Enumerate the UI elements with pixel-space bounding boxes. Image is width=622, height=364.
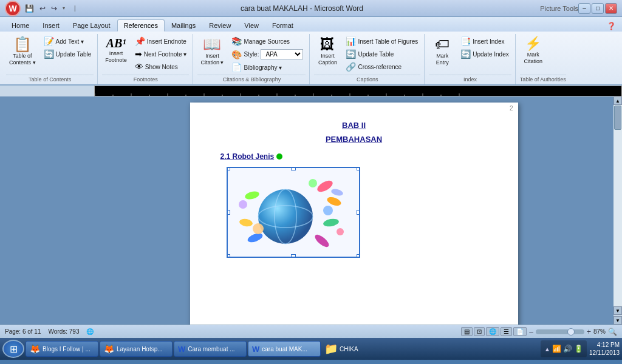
svg-point-36 [337, 228, 344, 235]
insert-citation-label: InsertCitation ▾ [200, 53, 224, 66]
show-notes-icon: 👁 [135, 62, 143, 72]
citations-small-col: 📚 Manage Sources 🎨 Style: APAMLAChicago … [229, 35, 306, 73]
manage-sources-button[interactable]: 📚 Manage Sources [229, 35, 306, 47]
handle-middle-right[interactable] [357, 210, 360, 215]
vertical-scrollbar[interactable]: ▲ ▼ ▼ [613, 96, 622, 325]
taskbar-word-cara[interactable]: W Cara membuat ... [174, 341, 247, 357]
scroll-down-button[interactable]: ▼ [613, 306, 622, 315]
scroll-up-button[interactable]: ▲ [613, 96, 622, 105]
insert-index-label: Insert Index [473, 38, 504, 45]
show-notes-label: Show Notes [145, 64, 178, 70]
handle-bottom-middle[interactable] [291, 254, 296, 258]
tab-format[interactable]: Format [265, 19, 300, 32]
next-footnote-label: Next Footnote ▾ [144, 51, 187, 58]
handle-top-middle[interactable] [291, 167, 296, 170]
style-dropdown[interactable]: APAMLAChicago [261, 49, 303, 59]
footnotes-small-col: 📌 Insert Endnote ➡ Next Footnote ▾ 👁 Sho… [132, 35, 190, 73]
zoom-fit-button[interactable]: 🔍 [608, 328, 617, 336]
image-illustration [228, 168, 360, 258]
handle-middle-left[interactable] [227, 210, 230, 215]
tab-references[interactable]: References [117, 19, 165, 32]
mark-citation-icon: ⚡ [525, 37, 541, 50]
handle-top-right[interactable] [357, 167, 360, 170]
svg-rect-0 [95, 86, 621, 96]
insert-tof-icon: 📊 [346, 36, 356, 46]
taskbar-firefox-blogs[interactable]: 🦊 Blogs I Follow | ... [26, 341, 98, 357]
index-content: 🏷 MarkEntry 📑 Insert Index 🔄 Update Inde… [429, 35, 511, 73]
handle-bottom-right[interactable] [357, 254, 360, 258]
svg-point-34 [253, 223, 264, 234]
insert-caption-button[interactable]: 🖼 InsertCaption [314, 35, 341, 68]
tab-home[interactable]: Home [5, 19, 36, 32]
show-notes-button[interactable]: 👁 Show Notes [132, 61, 190, 73]
horizontal-ruler [94, 86, 622, 96]
folder-label: CHIKA [340, 346, 358, 352]
minimize-button[interactable]: – [578, 3, 590, 14]
bibliography-button[interactable]: 📄 Bibliography ▾ [229, 61, 306, 73]
add-text-button[interactable]: 📝 Add Text ▾ [41, 35, 94, 47]
web-layout-view[interactable]: 🌐 [486, 327, 499, 336]
start-button[interactable]: ⊞ [2, 340, 24, 358]
toc-icon: 📋 [13, 37, 32, 52]
insert-citation-button[interactable]: 📖 InsertCitation ▾ [197, 35, 227, 68]
zoom-slider[interactable] [536, 329, 584, 334]
tab-view[interactable]: View [238, 19, 265, 32]
clock[interactable]: 4:12 PM 12/11/2013 [589, 341, 620, 357]
insert-index-button[interactable]: 📑 Insert Index [458, 35, 511, 47]
status-left: Page: 6 of 11 Words: 793 🌐 [5, 328, 94, 335]
mark-entry-button[interactable]: 🏷 MarkEntry [429, 35, 456, 68]
insert-endnote-button[interactable]: 📌 Insert Endnote [132, 35, 190, 47]
taskbar-folder[interactable]: 📁 CHIKA [324, 342, 358, 356]
ribbon-group-captions: 🖼 InsertCaption 📊 Insert Table of Figure… [310, 34, 425, 84]
redo-quick-btn[interactable]: ↪ [49, 4, 59, 13]
scroll-thumb[interactable] [614, 106, 621, 130]
update-index-button[interactable]: 🔄 Update Index [458, 48, 511, 60]
taskbar-carabuat-label: cara buat MAK... [262, 346, 307, 352]
save-quick-btn[interactable]: 💾 [23, 4, 36, 13]
taskbar-word-carabuat[interactable]: W cara buat MAK... [248, 341, 321, 357]
tab-insert[interactable]: Insert [36, 19, 66, 32]
tab-page-layout[interactable]: Page Layout [66, 19, 117, 32]
index-group-label: Index [429, 75, 511, 84]
close-button[interactable]: ✕ [605, 3, 617, 14]
cross-reference-button[interactable]: 🔗 Cross-reference [343, 61, 420, 73]
print-layout-view[interactable]: ▤ [461, 327, 473, 336]
handle-top-left[interactable] [227, 167, 230, 170]
undo-quick-btn[interactable]: ↩ [38, 4, 47, 13]
taskbar-firefox-layanan[interactable]: 🦊 Layanan Hotsp... [100, 341, 173, 357]
scroll-bottom-button[interactable]: ▼ [613, 316, 622, 325]
update-table-toc-icon: 🔄 [44, 49, 54, 59]
quick-access-dropdown[interactable]: ▾ [61, 5, 67, 12]
update-table-toc-button[interactable]: 🔄 Update Table [41, 48, 94, 60]
citations-group-label: Citations & Bibliography [197, 75, 306, 84]
cross-reference-label: Cross-reference [358, 64, 402, 70]
insert-table-of-figures-button[interactable]: 📊 Insert Table of Figures [343, 35, 420, 47]
index-small-col: 📑 Insert Index 🔄 Update Index [458, 35, 511, 60]
maximize-button[interactable]: □ [592, 3, 604, 14]
office-button[interactable]: W [5, 1, 21, 16]
update-table-captions-button[interactable]: 🔄 Update Table [343, 48, 420, 60]
add-text-icon: 📝 [44, 36, 54, 46]
outline-view[interactable]: ☰ [501, 327, 512, 336]
tab-mailings[interactable]: Mailings [165, 19, 202, 32]
zoom-thumb[interactable] [567, 328, 575, 335]
mark-citation-button[interactable]: ⚡ MarkCitation [520, 35, 547, 67]
zoom-minus-button[interactable]: – [529, 328, 533, 336]
insert-index-icon: 📑 [460, 36, 471, 46]
notify-arrow[interactable]: ▲ [544, 346, 550, 352]
firefox-icon-2: 🦊 [104, 344, 114, 354]
insert-footnote-button[interactable]: AB¹ InsertFootnote [102, 35, 130, 66]
tab-review[interactable]: Review [202, 19, 238, 32]
table-of-contents-button[interactable]: 📋 Table ofContents ▾ [6, 35, 39, 68]
selected-image[interactable] [227, 167, 360, 258]
view-buttons: ▤ ⊡ 🌐 ☰ 📄 [461, 327, 527, 336]
insert-footnote-icon: AB¹ [106, 37, 126, 49]
handle-bottom-left[interactable] [227, 254, 230, 258]
update-index-label: Update Index [473, 51, 509, 58]
help-button[interactable]: ❓ [606, 21, 617, 32]
zoom-plus-button[interactable]: + [587, 328, 591, 336]
full-screen-view[interactable]: ⊡ [474, 327, 485, 336]
draft-view[interactable]: 📄 [513, 327, 527, 336]
insert-caption-icon: 🖼 [320, 37, 335, 52]
next-footnote-button[interactable]: ➡ Next Footnote ▾ [132, 48, 190, 60]
